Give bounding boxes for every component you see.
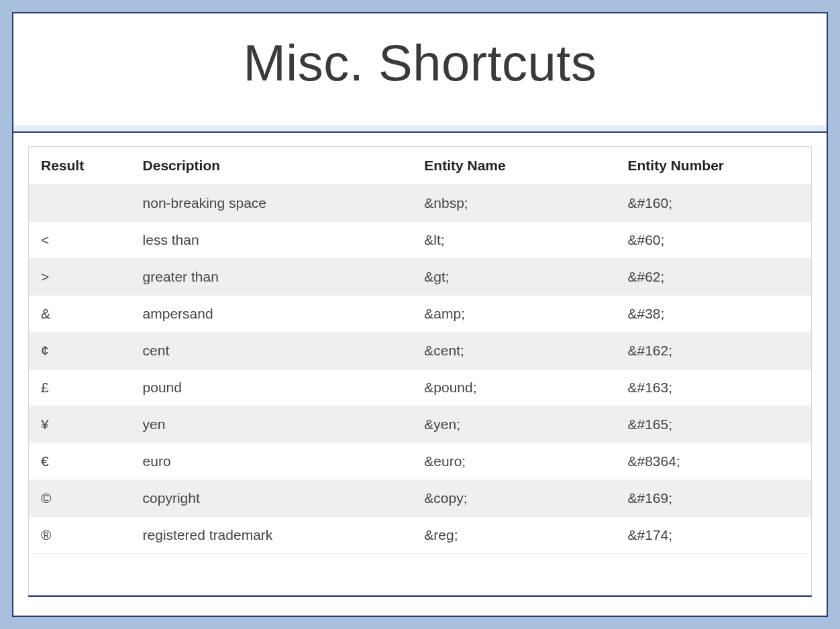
header-entity-name: Entity Name [412,147,615,185]
cell-entity-number: &#60; [615,222,811,259]
header-description: Description [131,147,413,185]
cell-entity-name: &nbsp; [412,185,615,222]
cell-entity-name: &lt; [412,222,615,259]
cell-result: © [29,480,131,517]
cell-entity-name: &yen; [412,406,615,443]
table-row: ¢ cent &cent; &#162; [29,333,811,369]
cell-entity-number: &#174; [615,517,811,554]
table-footer-strip [29,554,811,574]
table-row: > greater than &gt; &#62; [29,259,811,296]
cell-entity-number: &#169; [615,480,811,517]
table-row: € euro &euro; &#8364; [29,443,811,480]
table-header-row: Result Description Entity Name Entity Nu… [29,147,811,185]
cell-entity-number: &#62; [615,259,811,296]
cell-entity-number: &#38; [615,296,811,333]
cell-result: < [29,222,131,259]
cell-entity-name: &reg; [412,517,615,554]
entities-table-wrap: Result Description Entity Name Entity Nu… [28,146,812,595]
slide-frame: Misc. Shortcuts Result Description [0,0,840,629]
table-row: & ampersand &amp; &#38; [29,296,811,333]
table-row: ¥ yen &yen; &#165; [29,406,811,443]
header-result: Result [29,147,131,185]
cell-entity-number: &#160; [615,185,811,222]
cell-description: yen [131,406,413,443]
table-row: ® registered trademark &reg; &#174; [29,517,811,554]
cell-result: ¢ [29,333,131,369]
table-row: © copyright &copy; &#169; [29,480,811,517]
cell-entity-number: &#162; [615,333,811,369]
cell-entity-name: &pound; [412,369,615,406]
slide-panel: Misc. Shortcuts Result Description [12,12,828,617]
cell-entity-name: &euro; [412,443,615,480]
cell-result: ® [29,517,131,554]
cell-entity-number: &#165; [615,406,811,443]
cell-result: £ [29,369,131,406]
entities-table-body: non-breaking space &nbsp; &#160; < less … [29,185,811,554]
cell-entity-name: &copy; [412,480,615,517]
page-title: Misc. Shortcuts [244,34,597,91]
table-row: £ pound &pound; &#163; [29,369,811,406]
cell-entity-number: &#8364; [615,443,811,480]
table-row: non-breaking space &nbsp; &#160; [29,185,811,222]
body-block: Result Description Entity Name Entity Nu… [13,131,827,616]
footer-separator [28,595,812,609]
cell-description: ampersand [131,296,413,333]
cell-description: greater than [131,259,413,296]
cell-result: ¥ [29,406,131,443]
title-block: Misc. Shortcuts [13,13,827,131]
entities-table: Result Description Entity Name Entity Nu… [29,147,811,554]
header-entity-number: Entity Number [615,147,811,185]
cell-entity-name: &gt; [412,259,615,296]
cell-description: copyright [131,480,413,517]
cell-entity-name: &amp; [412,296,615,333]
cell-result: > [29,259,131,296]
cell-description: cent [131,333,413,369]
cell-description: registered trademark [131,517,413,554]
cell-entity-number: &#163; [615,369,811,406]
cell-result: & [29,296,131,333]
cell-description: less than [131,222,413,259]
cell-result [29,185,131,222]
cell-result: € [29,443,131,480]
cell-description: euro [131,443,413,480]
table-row: < less than &lt; &#60; [29,222,811,259]
cell-description: pound [131,369,413,406]
cell-entity-name: &cent; [412,333,615,369]
cell-description: non-breaking space [131,185,413,222]
